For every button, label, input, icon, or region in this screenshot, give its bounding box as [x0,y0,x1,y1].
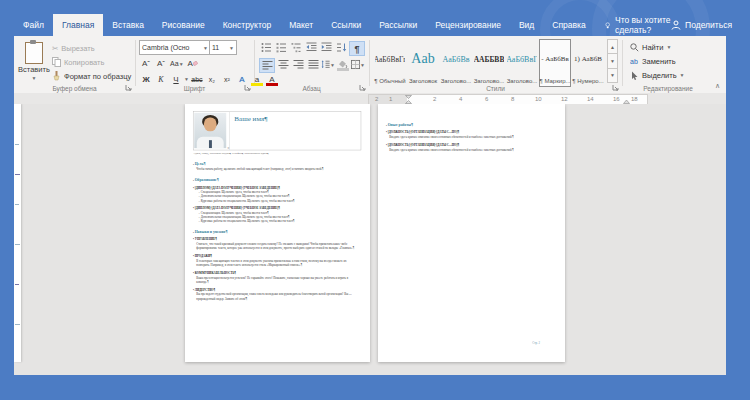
object-anchor-icon: ¤ [228,146,230,149]
share-button[interactable]: Поделиться [671,14,736,36]
change-case-button[interactable]: Аа▼ [169,57,185,70]
style-card[interactable]: АаБбВв Заголово... [440,39,472,87]
justify-button[interactable] [306,58,320,71]
resume-text-line[interactable]: Ваша презентация пользуется успехом? Не … [196,275,356,284]
ribbon-tabs: ФайлГлавнаяВставкаРисованиеКонструкторМа… [14,14,595,36]
ribbon-tab[interactable]: Файл [14,14,53,36]
font-size-combobox[interactable]: 11▼ [209,40,237,55]
style-card[interactable]: Aab Заголовок [407,39,439,87]
bullets-button[interactable] [259,41,273,54]
gallery-scroll-down-button[interactable]: ▼ [607,54,618,68]
ribbon-tab[interactable]: Ссылки [322,14,370,36]
gallery-scroll-up-button[interactable]: ▲ [607,39,618,54]
ribbon-tab-label: Ссылки [331,20,361,30]
ribbon-tab-label: Справка [552,20,585,30]
resume-text-line[interactable]: Опыт работы¶ [386,123,556,128]
style-card[interactable]: 1) АаБбВ ¶ Нумеро... [572,39,604,87]
line-spacing-button[interactable]: ▼ [321,58,335,71]
select-button[interactable]: Выделить▼ [630,68,685,82]
indent-marker[interactable] [405,95,412,104]
lightbulb-icon [605,20,610,31]
search-icon [630,43,639,52]
resume-text-line[interactable]: Считаете, что такой красивый документ сл… [196,242,356,251]
multilevel-list-icon [291,42,302,53]
borders-button[interactable]: ▼ [351,58,365,71]
ribbon-tab[interactable]: Справка [543,14,594,36]
adjacent-page-edge[interactable] [14,104,21,362]
resume-text-line[interactable]: Курсовые работы по специальности. Щелкни… [198,198,361,202]
name-cell[interactable]: Ваше имя¶ [230,112,361,150]
resume-text-line[interactable]: Цель¶ [193,161,361,166]
resume-text-line[interactable]: Курсовые работы по специальности. Щелкни… [198,219,361,223]
resume-text-line[interactable]: Образование¶ [193,177,361,182]
ribbon-tab[interactable]: Вставка [103,14,153,36]
resume-text-line[interactable]: [ДИПЛОМ]·[ДАТА ПОЛУЧЕНИЯ]·[УЧЕБНОЕ ЗАВЕД… [193,206,361,210]
resume-text-line[interactable]: ЛИДЕРСТВО¶ [193,288,361,292]
resume-text-line[interactable]: Введите здесь краткое описание своих осн… [389,135,551,139]
align-left-button[interactable] [259,58,275,73]
share-icon [671,20,681,30]
ribbon-tab[interactable]: Конструктор [214,14,280,36]
ribbon-tab[interactable]: Макет [280,14,322,36]
page-number[interactable]: Стр. 2 [532,341,540,344]
style-card[interactable]: - АаБбВв ¶ Маркир... [539,39,571,87]
resume-text: Навыки и умения¶ [195,229,228,233]
show-marks-button[interactable]: ¶ [349,41,365,56]
style-card[interactable]: ААББВВ Заголово... [473,39,505,87]
find-button[interactable]: Найти▼ [630,40,685,54]
resume-text-line[interactable]: Вы президент студенческой организации, г… [196,292,356,301]
resume-text-line[interactable]: КОММУНИКАБЕЛЬНОСТЬ¶ [193,271,361,275]
sort-button[interactable] [334,41,348,54]
format-painter-button[interactable]: Формат по образцу [52,69,131,83]
decrease-indent-button[interactable] [304,41,318,54]
style-sample: АаБбВв [441,40,471,78]
styles-group-label: Стили [369,85,622,92]
multilevel-list-button[interactable] [289,41,303,54]
resume-text-line[interactable]: [ДОЛЖНОСТЬ]·[ОРГАНИЗАЦИЯ]·[ДАТЫ С—ПО]¶ [386,143,556,147]
ribbon-tab[interactable]: Главная [53,14,103,36]
style-card[interactable]: АаБбВвГ Заголово... [506,39,538,87]
shading-button[interactable] [336,58,350,71]
align-right-button[interactable] [291,58,305,71]
resume-text-line[interactable]: [ДОЛЖНОСТЬ]·[ОРГАНИЗАЦИЯ]·[ДАТЫ С—ПО]¶ [386,130,556,134]
clipboard-dialog-launcher[interactable] [125,84,132,91]
ribbon-tab[interactable]: Вид [510,14,543,36]
resume-text: Образование¶ [195,177,219,181]
font-dialog-launcher[interactable] [244,84,251,91]
resume-header-box[interactable]: ¤ Ваше имя¶ [193,112,361,151]
resume-text-line[interactable]: Введите здесь краткое описание своих осн… [389,148,551,152]
resume-text-line[interactable]: Чтобы начать работу, щелкните любой заме… [196,167,356,171]
tell-me-box[interactable]: Что вы хотите сделать? [605,14,671,36]
font-name-combobox[interactable]: Cambria (Осно▼ [139,40,211,55]
copy-button[interactable]: Копировать [52,55,131,69]
paragraph-dialog-launcher[interactable] [359,84,366,91]
resume-text-line[interactable]: Навыки и умения¶ [193,229,361,234]
ribbon-tab[interactable]: Рисование [153,14,214,36]
paste-button[interactable]: Вставить ▼ [18,40,50,86]
select-icon [630,71,639,80]
shrink-font-button[interactable]: Аˇ [154,57,168,70]
resume-text-line[interactable]: ПРОДАЖИ¶ [193,254,361,258]
increase-indent-button[interactable] [319,41,333,54]
collapse-ribbon-icon[interactable]: ∧ [715,82,720,90]
resume-text-line[interactable]: В некоторых замещающих текстах в этом до… [196,259,356,268]
resume-text: ПРОДАЖИ¶ [195,254,212,257]
style-sample: АаБбВвГ [507,40,537,78]
ribbon-tab[interactable]: Рецензирование [426,14,510,36]
numbering-button[interactable] [274,41,288,54]
resume-text-line[interactable]: [ДИПЛОМ]·[ДАТА ПОЛУЧЕНИЯ]·[УЧЕБНОЕ ЗАВЕД… [193,185,361,189]
gallery-more-button[interactable]: ▼ [607,69,618,83]
ribbon-tab[interactable]: Рассылки [370,14,426,36]
clear-formatting-button[interactable]: А [186,57,200,70]
cut-button[interactable]: ✂Вырезать [52,41,131,55]
resume-text-line[interactable]: УПРАВЛЕНИЕ¶ [193,237,361,241]
photo-cell[interactable]: ¤ [193,112,230,150]
styles-dialog-launcher[interactable] [612,84,619,91]
align-center-button[interactable] [276,58,290,71]
grow-font-button[interactable]: Аˆ [139,57,153,70]
style-card[interactable]: АаБбВвГг ¶ Обычный [374,39,406,87]
resume-text: Введите здесь краткое описание своих осн… [389,136,513,139]
chevron-down-icon: ▼ [680,72,685,78]
resume-name[interactable]: Ваше имя¶ [234,115,267,123]
replace-button[interactable]: ab Заменить [630,54,685,68]
